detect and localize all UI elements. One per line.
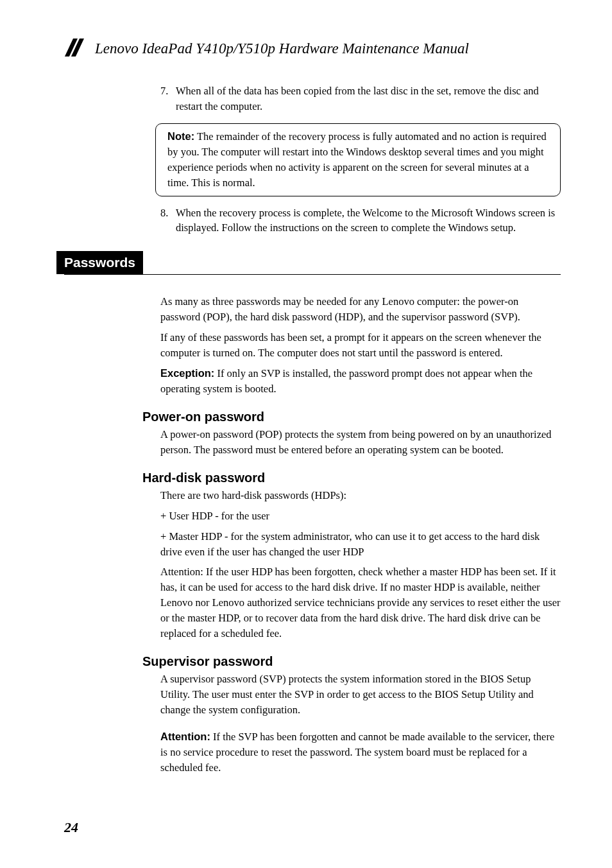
note-text: The remainder of the recovery process is… [167,130,547,189]
sub-heading-svp: Supervisor password [142,654,561,669]
section-heading-passwords: Passwords [56,251,143,274]
section-content: As many as three passwords may be needed… [160,294,561,775]
paragraph: Attention: If the user HDP has been forg… [160,564,561,641]
page-header: Lenovo IdeaPad Y410p/Y510p Hardware Main… [64,39,561,59]
list-number: 8. [160,205,176,236]
content-area: 7. When all of the data has been copied … [160,83,561,236]
paragraph: A supervisor password (SVP) protects the… [160,672,561,718]
list-number: 7. [160,83,176,114]
sub-heading-pop: Power-on password [142,410,561,424]
paragraph: + Master HDP - for the system administra… [160,529,561,560]
exception-label: Exception: [160,367,214,379]
attention-text: If the SVP has been forgotten and cannot… [160,731,554,774]
note-box: Note: The remainder of the recovery proc… [155,123,561,196]
paragraph: A power-on password (POP) protects the s… [160,427,561,458]
exception-text: If only an SVP is installed, the passwor… [160,367,532,395]
paragraph: As many as three passwords may be needed… [160,294,561,325]
paragraph: + User HDP - for the user [160,508,561,524]
sub-heading-hdp: Hard-disk password [142,471,561,485]
section-rule [64,274,561,275]
list-item: 7. When all of the data has been copied … [160,83,561,114]
paragraph: Exception: If only an SVP is installed, … [160,366,561,397]
attention-label: Attention: [160,731,210,742]
paragraph: Attention: If the SVP has been forgotten… [160,729,561,776]
slash-icon [64,39,87,59]
paragraph: There are two hard-disk passwords (HDPs)… [160,488,561,503]
note-label: Note: [167,130,194,142]
page-number: 24 [64,819,78,836]
list-item: 8. When the recovery process is complete… [160,205,561,236]
manual-title: Lenovo IdeaPad Y410p/Y510p Hardware Main… [95,40,469,57]
list-text: When all of the data has been copied fro… [176,83,561,114]
list-text: When the recovery process is complete, t… [176,205,561,236]
paragraph: If any of these passwords has been set, … [160,330,561,361]
